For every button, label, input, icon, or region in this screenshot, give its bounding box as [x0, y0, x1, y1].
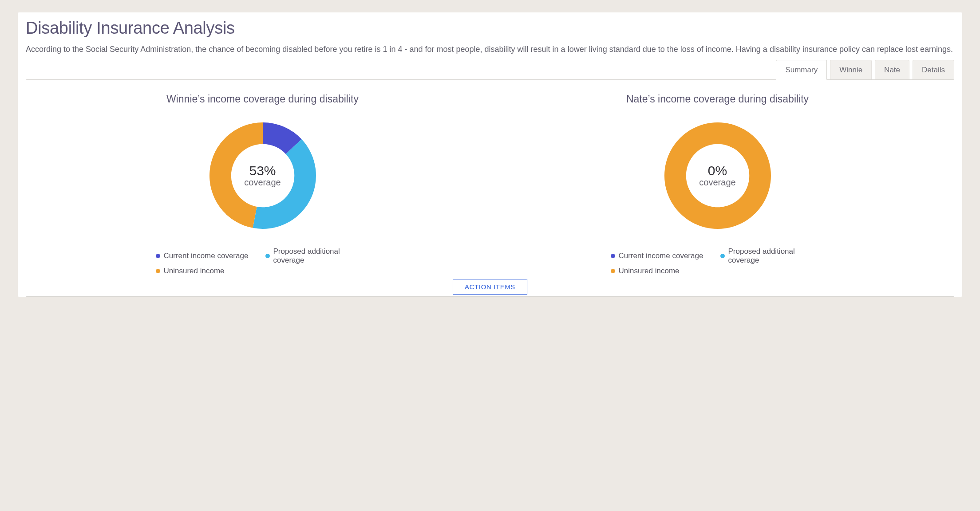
legend-item-proposed: Proposed additional coverage: [720, 247, 830, 265]
legend-item-proposed: Proposed additional coverage: [265, 247, 375, 265]
legend-label-uninsured: Uninsured income: [164, 267, 225, 275]
chart-nate-legend: Current income coverage Proposed additio…: [600, 247, 835, 277]
tab-bar: Summary Winnie Nate Details: [26, 60, 954, 79]
chart-winnie-legend: Current income coverage Proposed additio…: [145, 247, 380, 277]
chart-nate-center: 0% coverage: [699, 163, 735, 188]
legend-label-current: Current income coverage: [164, 252, 249, 260]
tab-summary[interactable]: Summary: [776, 60, 827, 80]
charts-row: Winnie’s income coverage during disabili…: [35, 93, 945, 277]
legend-item-current: Current income coverage: [611, 247, 720, 265]
chart-winnie-title: Winnie’s income coverage during disabili…: [166, 93, 359, 105]
analysis-card: Disability Insurance Analysis According …: [18, 12, 962, 297]
chart-winnie: Winnie’s income coverage during disabili…: [35, 93, 490, 277]
legend-label-proposed: Proposed additional coverage: [728, 247, 817, 265]
chart-nate-center-label: coverage: [699, 177, 735, 188]
chart-nate-title: Nate’s income coverage during disability: [626, 93, 809, 105]
chart-winnie-center-label: coverage: [244, 177, 281, 188]
chart-winnie-percent: 53%: [244, 163, 281, 177]
tab-panel-summary: Winnie’s income coverage during disabili…: [26, 79, 954, 297]
legend-label-current: Current income coverage: [619, 252, 703, 260]
legend-dot-uninsured: [156, 269, 160, 273]
tab-nate[interactable]: Nate: [875, 60, 909, 79]
tab-winnie[interactable]: Winnie: [830, 60, 872, 79]
tab-details[interactable]: Details: [913, 60, 954, 79]
chart-nate: Nate’s income coverage during disability…: [490, 93, 945, 277]
legend-dot-current: [611, 254, 615, 258]
page-title: Disability Insurance Analysis: [26, 12, 954, 38]
legend-item-current: Current income coverage: [156, 247, 265, 265]
legend-item-uninsured: Uninsured income: [611, 267, 830, 275]
legend-dot-uninsured: [611, 269, 615, 273]
legend-dot-proposed: [720, 254, 725, 258]
action-items-button[interactable]: ACTION ITEMS: [453, 279, 527, 295]
legend-dot-proposed: [265, 254, 270, 258]
legend-dot-current: [156, 254, 160, 258]
chart-nate-percent: 0%: [699, 163, 735, 177]
chart-nate-donut: 0% coverage: [662, 120, 773, 231]
legend-item-uninsured: Uninsured income: [156, 267, 375, 275]
chart-winnie-center: 53% coverage: [244, 163, 281, 188]
legend-label-proposed: Proposed additional coverage: [273, 247, 362, 265]
page-description: According to the Social Security Adminis…: [26, 44, 954, 55]
chart-winnie-donut: 53% coverage: [207, 120, 318, 231]
legend-label-uninsured: Uninsured income: [619, 267, 680, 275]
